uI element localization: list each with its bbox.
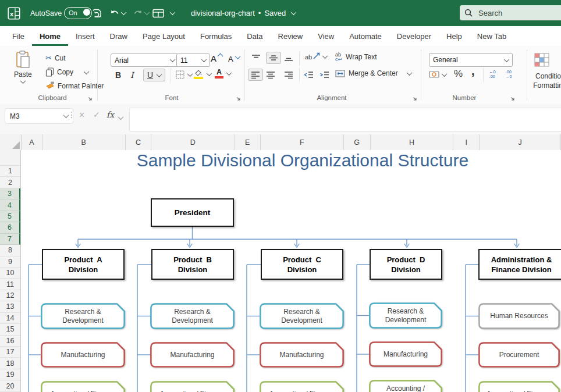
column-header-D[interactable]: D xyxy=(151,134,235,150)
row-header-7[interactable]: 7 xyxy=(0,234,20,245)
row-header-1[interactable]: 1 xyxy=(0,166,20,177)
accounting-format-button[interactable] xyxy=(429,70,446,79)
ribbon-tab-developer[interactable]: Developer xyxy=(389,26,439,46)
font-size-combo[interactable]: 11 xyxy=(176,54,210,67)
row-header-20[interactable]: 20 xyxy=(0,380,20,391)
copy-button[interactable]: Copy xyxy=(45,67,88,77)
row-header-2[interactable]: 2 xyxy=(0,177,20,188)
font-dialog-launcher[interactable] xyxy=(236,95,242,104)
conditional-formatting-label[interactable]: Conditional Formatting xyxy=(527,72,561,90)
autosave-toggle[interactable]: On xyxy=(64,0,92,26)
ribbon-tab-page-layout[interactable]: Page Layout xyxy=(135,26,193,46)
row-header-12[interactable]: 12 xyxy=(0,290,20,301)
undo-button[interactable] xyxy=(109,0,120,26)
org-box-child-3-0[interactable]: Research & Development xyxy=(369,302,442,329)
row-header-15[interactable]: 15 xyxy=(0,324,20,335)
ribbon-options-chevron[interactable] xyxy=(171,0,175,26)
row-header-11[interactable]: 11 xyxy=(0,279,20,290)
redo-dropdown-chevron[interactable] xyxy=(145,0,149,26)
ribbon-tab-formulas[interactable]: Formulas xyxy=(193,26,239,46)
search-input[interactable] xyxy=(477,8,544,18)
align-middle-button[interactable] xyxy=(266,52,281,64)
org-box-child-4-0[interactable]: Human Resources xyxy=(478,303,560,329)
ribbon-tab-home[interactable]: Home xyxy=(32,26,68,46)
ribbon-tab-new-tab[interactable]: New Tab xyxy=(470,26,514,46)
format-painter-button[interactable]: Format Painter xyxy=(45,81,104,90)
ribbon-tab-draw[interactable]: Draw xyxy=(102,26,135,46)
increase-indent-button[interactable] xyxy=(319,71,329,79)
row-header-9[interactable]: 9 xyxy=(0,256,20,268)
document-title[interactable]: divisional-org-chart • Saved xyxy=(191,0,296,26)
org-box-child-3-2[interactable]: Accounting / Finance xyxy=(369,380,442,392)
ribbon-tab-automate[interactable]: Automate xyxy=(342,26,389,46)
italic-button[interactable]: I xyxy=(130,70,134,80)
ribbon-tab-data[interactable]: Data xyxy=(239,26,270,46)
align-right-button[interactable] xyxy=(284,71,293,79)
clipboard-dialog-launcher[interactable] xyxy=(87,95,93,104)
number-format-combo[interactable]: General xyxy=(429,53,513,67)
org-box-child-0-2[interactable]: Accounting / Finance xyxy=(41,381,125,392)
comma-style-button[interactable]: , xyxy=(471,65,475,78)
org-box-child-1-1[interactable]: Manufacturing xyxy=(150,342,235,368)
org-box-child-2-2[interactable]: Accounting / Finance xyxy=(260,381,344,392)
column-header-F[interactable]: F xyxy=(261,134,344,150)
fill-color-button[interactable] xyxy=(194,69,211,79)
font-name-combo[interactable]: Arial xyxy=(111,54,179,67)
borders-button[interactable] xyxy=(176,70,192,79)
select-all-corner[interactable] xyxy=(0,134,22,150)
row-header-4[interactable]: 4 xyxy=(0,199,20,211)
column-header-B[interactable]: B xyxy=(42,134,126,150)
increase-decimal-button[interactable]: ←0 .00 xyxy=(489,70,496,79)
redo-button[interactable] xyxy=(133,0,143,26)
org-box-child-0-0[interactable]: Research & Development xyxy=(41,303,125,329)
ribbon-tab-view[interactable]: View xyxy=(310,26,342,46)
insert-function-button[interactable]: fx xyxy=(106,110,114,119)
align-center-button[interactable] xyxy=(266,71,275,79)
formula-input[interactable] xyxy=(129,108,561,132)
org-box-child-1-0[interactable]: Research & Development xyxy=(150,303,235,329)
worksheet-canvas[interactable]: Sample Divisional Organizational Structu… xyxy=(21,150,561,392)
merge-center-button[interactable]: Merge & Center xyxy=(335,69,411,77)
column-header-E[interactable]: E xyxy=(235,134,261,150)
org-box-child-0-1[interactable]: Manufacturing xyxy=(41,342,125,368)
ribbon-tab-help[interactable]: Help xyxy=(439,26,470,46)
row-header-3[interactable]: 3 xyxy=(0,188,20,199)
column-header-A[interactable]: A xyxy=(22,134,42,150)
grow-font-button[interactable]: A xyxy=(211,54,222,63)
row-header-5[interactable]: 5 xyxy=(0,211,20,222)
row-header-10[interactable]: 10 xyxy=(0,268,20,279)
org-box-child-4-2[interactable]: Accounting / Finance xyxy=(478,381,560,392)
column-header-G[interactable]: G xyxy=(344,134,371,150)
wrap-text-button[interactable]: abc↩ Wrap Text xyxy=(335,52,377,62)
save-icon[interactable] xyxy=(92,0,102,26)
org-box-division-3[interactable]: Product D Division xyxy=(370,249,442,280)
row-header-16[interactable]: 16 xyxy=(0,336,20,347)
formula-bar-chevron[interactable] xyxy=(119,112,123,122)
sheet-view-icon[interactable] xyxy=(152,0,164,26)
align-bottom-button[interactable] xyxy=(284,54,293,62)
row-header-19[interactable]: 19 xyxy=(0,369,20,380)
ribbon-tab-insert[interactable]: Insert xyxy=(68,26,102,46)
align-left-button[interactable] xyxy=(248,69,263,81)
ribbon-tab-file[interactable]: File xyxy=(5,26,32,46)
alignment-dialog-launcher[interactable] xyxy=(412,95,418,104)
search-box[interactable] xyxy=(460,5,561,20)
org-box-child-2-0[interactable]: Research & Development xyxy=(260,303,344,329)
row-header-6[interactable]: 6 xyxy=(0,222,20,233)
conditional-formatting-button[interactable] xyxy=(534,53,549,67)
percent-style-button[interactable]: % xyxy=(454,68,463,80)
shrink-font-button[interactable]: A xyxy=(228,55,240,63)
align-top-button[interactable] xyxy=(251,54,261,62)
row-header-8[interactable]: 8 xyxy=(0,245,20,256)
row-header-14[interactable]: 14 xyxy=(0,313,20,324)
cut-button[interactable]: ✂ Cut xyxy=(45,54,66,62)
row-header-13[interactable]: 13 xyxy=(0,301,20,312)
org-box-division-1[interactable]: Product B Division xyxy=(151,249,234,280)
decrease-indent-button[interactable] xyxy=(304,71,314,79)
column-header-I[interactable]: I xyxy=(453,134,480,150)
org-box-child-3-1[interactable]: Manufacturing xyxy=(369,341,442,367)
org-box-president[interactable]: President xyxy=(151,198,234,227)
column-header-C[interactable]: C xyxy=(126,134,152,150)
underline-button[interactable]: U xyxy=(143,69,165,81)
ribbon-tab-review[interactable]: Review xyxy=(271,26,311,46)
